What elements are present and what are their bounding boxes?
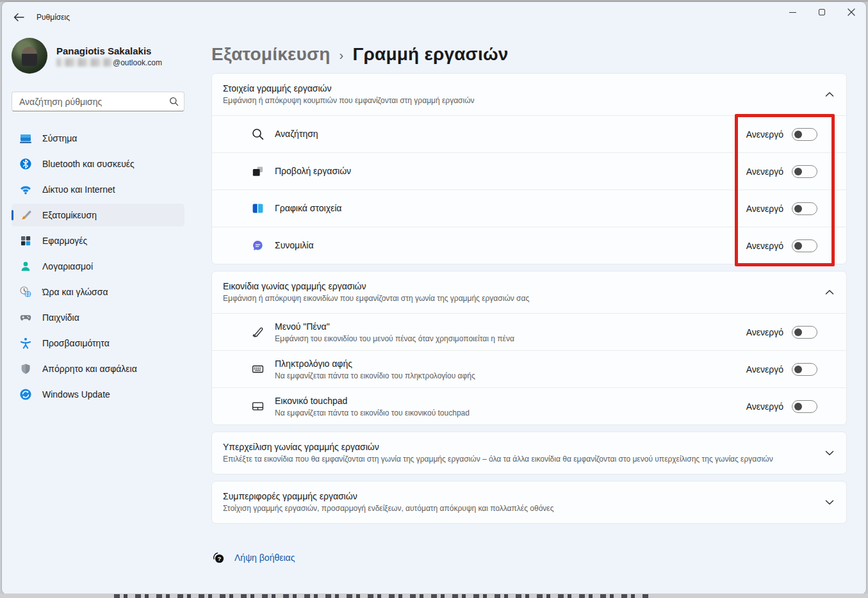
sidebar-item-label: Ώρα και γλώσσα	[42, 287, 108, 297]
setting-label: Συνομιλία	[275, 239, 746, 252]
toggle-state-label: Ανενεργό	[746, 204, 783, 214]
sidebar-item-gaming[interactable]: Παιχνίδια	[12, 306, 184, 329]
widgets-toggle[interactable]	[792, 202, 817, 215]
personalization-icon	[19, 209, 32, 222]
redacted-email-block	[56, 58, 111, 67]
apps-icon	[19, 234, 32, 247]
search-toggle[interactable]	[792, 128, 817, 141]
section-description: Επιλέξτε τα εικονίδια που θα εμφανίζοντα…	[223, 454, 815, 465]
expander-corner-overflow[interactable]: Υπερχείλιση γωνίας γραμμής εργασιών Επιλ…	[212, 432, 846, 474]
chat-toggle[interactable]	[792, 239, 817, 252]
chevron-up-icon[interactable]	[824, 286, 835, 298]
expander-taskbar-items[interactable]: Στοιχεία γραμμής εργασιών Εμφάνιση ή από…	[212, 74, 846, 115]
accounts-icon	[19, 260, 32, 273]
sidebar-item-accessibility[interactable]: Προσβασιμότητα	[12, 332, 184, 355]
card-taskbar-corner-icons: Εικονίδια γωνίας γραμμής εργασιών Εμφάνι…	[211, 271, 847, 425]
sidebar-item-label: Windows Update	[42, 389, 110, 400]
sidebar-item-network[interactable]: Δίκτυο και Internet	[12, 178, 184, 201]
sidebar-item-label: Παιχνίδια	[42, 312, 79, 323]
setting-row-task-view: Προβολή εργασιών Ανενεργό	[212, 152, 846, 190]
sidebar-item-label: Σύστημα	[42, 133, 77, 143]
system-icon	[19, 132, 32, 145]
search-input[interactable]	[19, 97, 169, 107]
setting-description: Να εμφανίζεται πάντα το εικονίδιο του πλ…	[275, 371, 746, 381]
windows-update-icon	[19, 388, 32, 401]
sidebar-item-time-language[interactable]: Ώρα και γλώσσα	[12, 280, 184, 303]
section-title: Υπερχείλιση γωνίας γραμμής εργασιών	[223, 440, 815, 453]
setting-description: Εμφάνιση του εικονιδίου του μενού πένας …	[275, 334, 746, 344]
sidebar-item-bluetooth[interactable]: Bluetooth και συσκευές	[12, 152, 184, 175]
sidebar-item-personalization[interactable]: Εξατομίκευση	[12, 204, 184, 227]
sidebar-item-label: Bluetooth και συσκευές	[42, 159, 135, 169]
setting-label: Μενού "Πένα"	[275, 321, 746, 333]
help-icon: ?	[211, 551, 225, 565]
sidebar-item-apps[interactable]: Εφαρμογές	[12, 229, 184, 252]
chevron-down-icon[interactable]	[824, 447, 835, 458]
virtual-touchpad-icon	[250, 400, 265, 414]
user-profile[interactable]: Panagiotis Sakalakis @outlook.com	[12, 38, 184, 74]
task-view-toggle[interactable]	[792, 165, 817, 178]
avatar	[12, 38, 47, 74]
card-taskbar-corner-overflow: Υπερχείλιση γωνίας γραμμής εργασιών Επιλ…	[211, 432, 847, 474]
sidebar-item-accounts[interactable]: Λογαριασμοί	[12, 255, 184, 278]
card-taskbar-behaviors: Συμπεριφορές γραμμής εργασιών Στοίχιση γ…	[211, 481, 847, 524]
svg-text:?: ?	[218, 555, 222, 562]
setting-description: Να εμφανίζεται πάντα το εικονίδιο του ει…	[275, 408, 746, 418]
privacy-shield-icon	[19, 362, 32, 375]
setting-label: Γραφικά στοιχεία	[275, 202, 746, 214]
accessibility-icon	[19, 337, 32, 350]
chat-icon	[250, 239, 265, 253]
window-title: Ρυθμίσεις	[37, 13, 70, 22]
touch-keyboard-toggle[interactable]	[792, 363, 817, 376]
setting-label: Αναζήτηση	[275, 128, 746, 140]
setting-row-widgets: Γραφικά στοιχεία Ανενεργό	[212, 190, 846, 227]
close-button[interactable]	[837, 2, 866, 22]
sidebar-item-system[interactable]: Σύστημα	[12, 127, 184, 150]
card-taskbar-items: Στοιχεία γραμμής εργασιών Εμφάνιση ή από…	[211, 73, 847, 264]
setting-label: Προβολή εργασιών	[275, 165, 746, 177]
setting-label: Εικονικό touchpad	[275, 395, 746, 407]
virtual-touchpad-toggle[interactable]	[792, 400, 817, 413]
sidebar-item-label: Προσβασιμότητα	[42, 338, 110, 348]
breadcrumb: Εξατομίκευση › Γραμμή εργασιών	[211, 33, 847, 67]
close-icon	[848, 8, 855, 16]
network-wifi-icon	[19, 183, 32, 196]
section-title: Στοιχεία γραμμής εργασιών	[223, 82, 815, 95]
minimize-button[interactable]	[778, 2, 807, 22]
gaming-icon	[19, 311, 32, 324]
chevron-down-icon[interactable]	[824, 496, 835, 508]
back-button[interactable]	[7, 7, 30, 28]
search-icon[interactable]	[169, 97, 179, 106]
settings-window: Ρυθμίσεις Panagiotis Sakalakis @outlook.…	[2, 2, 866, 594]
get-help-link[interactable]: Λήψη βοήθειας	[234, 553, 295, 563]
touch-keyboard-icon	[250, 362, 265, 376]
expander-taskbar-behaviors[interactable]: Συμπεριφορές γραμμής εργασιών Στοίχιση γ…	[212, 481, 846, 523]
main-content: Εξατομίκευση › Γραμμή εργασιών Στοιχεία …	[194, 33, 866, 594]
page-title: Γραμμή εργασιών	[352, 44, 508, 65]
back-arrow-icon	[13, 13, 24, 22]
breadcrumb-parent[interactable]: Εξατομίκευση	[211, 44, 331, 65]
titlebar: Ρυθμίσεις	[2, 2, 866, 33]
section-title: Εικονίδια γωνίας γραμμής εργασιών	[223, 280, 815, 293]
maximize-button[interactable]	[807, 2, 837, 22]
toggle-state-label: Ανενεργό	[746, 364, 783, 375]
sidebar-item-windows-update[interactable]: Windows Update	[12, 383, 184, 406]
minimize-icon	[789, 12, 796, 13]
toggle-state-label: Ανενεργό	[746, 327, 783, 337]
setting-row-touch-keyboard: Πληκτρολόγιο αφής Να εμφανίζεται πάντα τ…	[212, 350, 846, 387]
get-help-row: ? Λήψη βοήθειας	[211, 551, 847, 565]
search-icon	[250, 127, 265, 141]
sidebar-item-privacy[interactable]: Απόρρητο και ασφάλεια	[12, 357, 184, 380]
toggle-state-label: Ανενεργό	[746, 166, 783, 177]
pen-menu-icon	[250, 325, 265, 339]
background-taskbar-fragment	[114, 594, 649, 598]
chevron-up-icon[interactable]	[824, 88, 835, 100]
settings-search-box[interactable]	[12, 92, 184, 111]
expander-corner-icons[interactable]: Εικονίδια γωνίας γραμμής εργασιών Εμφάνι…	[212, 271, 846, 313]
pen-menu-toggle[interactable]	[792, 326, 817, 339]
sidebar-item-label: Δίκτυο και Internet	[42, 184, 115, 195]
sidebar: Panagiotis Sakalakis @outlook.com	[2, 33, 194, 594]
sidebar-item-label: Εξατομίκευση	[42, 210, 97, 220]
maximize-icon	[819, 9, 825, 15]
sidebar-item-label: Λογαριασμοί	[42, 261, 93, 271]
